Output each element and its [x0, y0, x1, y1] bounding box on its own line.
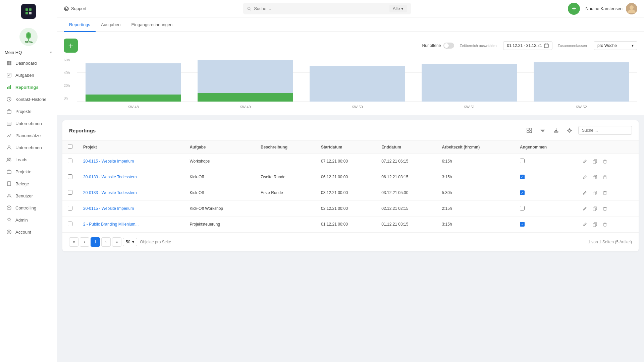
svg-rect-12 — [9, 61, 11, 63]
user-avatar[interactable] — [626, 3, 637, 14]
cell-beschreibung — [255, 217, 316, 232]
edit-button[interactable] — [580, 204, 589, 213]
export-button[interactable] — [551, 126, 561, 135]
edit-button[interactable] — [580, 157, 589, 166]
row-checkbox[interactable] — [68, 206, 72, 210]
svg-rect-17 — [9, 86, 10, 89]
logo-icon — [21, 4, 36, 19]
table-body: 20-0115 - Website ImperiumWorkshops07.12… — [62, 154, 639, 232]
bar-bottom-kw49 — [198, 93, 293, 102]
page-first-button[interactable]: « — [69, 237, 78, 247]
copy-button[interactable] — [590, 204, 599, 213]
date-range-button[interactable]: 01.12.21 - 31.12.21 — [503, 41, 552, 50]
svg-point-27 — [8, 194, 10, 196]
sidebar-item-belege[interactable]: Belege — [0, 178, 57, 190]
row-checkbox[interactable] — [68, 222, 72, 226]
select-all-checkbox[interactable] — [68, 144, 72, 149]
row-checkbox[interactable] — [68, 159, 72, 163]
tab-ausgaben[interactable]: Ausgaben — [96, 17, 126, 32]
cell-startdatum: 02.12.21 00:00 — [316, 201, 376, 217]
cell-beschreibung — [255, 154, 316, 169]
svg-point-24 — [9, 158, 11, 159]
edit-button[interactable] — [580, 220, 589, 229]
add-reporting-button[interactable]: + — [64, 39, 78, 53]
cell-projekt: 20-0133 - Website Todesstern — [78, 185, 184, 201]
search-filter-dropdown[interactable]: Alle ▾ — [389, 5, 407, 12]
svg-point-42 — [569, 130, 571, 131]
per-page-dropdown[interactable]: 50 ▾ — [123, 238, 137, 246]
angenommen-checkbox[interactable] — [520, 206, 525, 210]
sidebar-item-mein-hq[interactable]: Mein HQ ▾ — [0, 48, 57, 57]
y-label-60: 60h — [64, 58, 70, 62]
cell-angenommen — [515, 154, 575, 169]
support-nav[interactable]: Support — [64, 6, 87, 11]
sidebar-item-projekte[interactable]: Projekte — [0, 166, 57, 178]
sidebar-item-controlling[interactable]: Controlling — [0, 202, 57, 214]
page-next-button[interactable]: › — [101, 237, 111, 247]
toggle-switch[interactable] — [443, 43, 454, 49]
sidebar-item-aufgaben[interactable]: Aufgaben — [0, 69, 57, 81]
sidebar-item-benutzer[interactable]: Benutzer — [0, 190, 57, 202]
row-checkbox[interactable] — [68, 190, 72, 195]
settings-button[interactable] — [565, 126, 574, 135]
angenommen-checkbox[interactable] — [520, 159, 525, 163]
table-row: 20-0133 - Website TodessternKick-OffZwei… — [62, 169, 639, 185]
table-search-input[interactable] — [578, 126, 632, 135]
svg-rect-2 — [29, 8, 32, 11]
cell-projekt: 20-0133 - Website Todesstern — [78, 169, 184, 185]
bar-kw48 — [86, 63, 181, 102]
tab-eingangsrechnungen[interactable]: Eingangsrechnungen — [126, 17, 178, 32]
sidebar-label-account: Account — [15, 230, 31, 235]
sidebar-item-kontakt-historie[interactable]: Kontakt-Historie — [0, 93, 57, 105]
sidebar-item-dashboard[interactable]: Dashboard — [0, 57, 57, 69]
sidebar-item-account[interactable]: Account — [0, 226, 57, 238]
svg-rect-41 — [554, 131, 558, 132]
edit-button[interactable] — [580, 173, 589, 181]
tab-reportings[interactable]: Reportings — [64, 17, 96, 32]
delete-button[interactable] — [600, 188, 609, 197]
search-input[interactable] — [254, 6, 387, 11]
sidebar-item-reportings[interactable]: Reportings — [0, 81, 57, 93]
filter-button[interactable] — [538, 126, 547, 135]
sidebar-item-admin[interactable]: Admin — [0, 214, 57, 226]
bar-top-kw48 — [86, 63, 181, 95]
angenommen-checked[interactable]: ✓ — [520, 175, 525, 179]
svg-rect-53 — [593, 208, 596, 211]
delete-button[interactable] — [600, 157, 609, 166]
angenommen-checked[interactable]: ✓ — [520, 190, 525, 195]
page-1-button[interactable]: 1 — [91, 237, 100, 247]
sidebar-item-unternehmen-top[interactable]: Unternehmen — [0, 117, 57, 129]
copy-button[interactable] — [590, 220, 599, 229]
sidebar-item-projekte-top[interactable]: Projekte — [0, 105, 57, 117]
edit-button[interactable] — [580, 188, 589, 197]
sidebar-label-reportings: Reportings — [15, 85, 39, 90]
cell-arbeitszeit: 6:15h — [437, 154, 515, 169]
copy-button[interactable] — [590, 188, 599, 197]
row-checkbox-cell — [62, 201, 78, 217]
nur-offene-toggle[interactable]: Nur offene — [422, 43, 454, 49]
sidebar-item-planumsaetze[interactable]: Planumsätze — [0, 129, 57, 141]
cell-enddatum: 02.12.21 02:15 — [376, 201, 436, 217]
sidebar-label-unternehmen: Unternehmen — [15, 145, 42, 150]
sidebar-item-unternehmen[interactable]: Unternehmen — [0, 141, 57, 154]
bar-top-kw51 — [422, 64, 517, 102]
delete-button[interactable] — [600, 220, 609, 229]
unternehmen-top-icon — [6, 120, 12, 126]
sidebar-item-leads[interactable]: Leads — [0, 154, 57, 166]
delete-button[interactable] — [600, 204, 609, 213]
copy-button[interactable] — [590, 157, 599, 166]
cell-startdatum: 07.12.21 00:00 — [316, 154, 376, 169]
aufgaben-icon — [6, 72, 12, 78]
delete-button[interactable] — [600, 173, 609, 181]
page-last-button[interactable]: » — [112, 237, 121, 247]
row-checkbox[interactable] — [68, 174, 72, 179]
sidebar-label-projekte-top: Projekte — [15, 109, 32, 114]
page-prev-button[interactable]: ‹ — [80, 237, 89, 247]
angenommen-checked[interactable]: ✓ — [520, 222, 525, 227]
sidebar-label-aufgaben: Aufgaben — [15, 73, 34, 78]
copy-button[interactable] — [590, 173, 599, 181]
sidebar-label-admin: Admin — [15, 218, 28, 223]
view-toggle-button[interactable] — [525, 126, 534, 135]
zusammenfassen-dropdown[interactable]: pro Woche ▾ — [594, 41, 637, 50]
global-add-button[interactable]: + — [568, 3, 580, 15]
